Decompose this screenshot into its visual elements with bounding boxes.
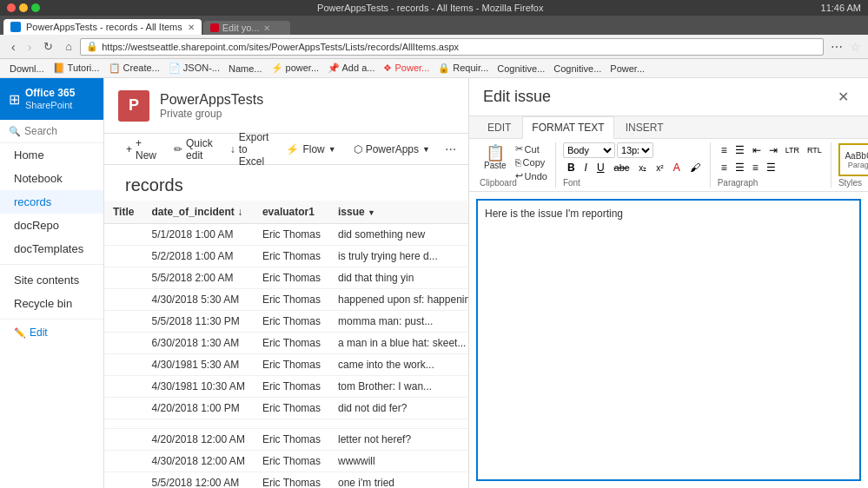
style-normal-preview[interactable]: AaBbCcDc Paragraph (838, 143, 868, 176)
cell-title[interactable] (104, 376, 142, 398)
bookmark-json[interactable]: 📄 JSON-... (166, 62, 222, 75)
cell-title[interactable] (104, 311, 142, 333)
cell-title[interactable] (104, 333, 142, 354)
address-bar[interactable] (102, 42, 818, 52)
nav-label-edit: Edit (30, 326, 48, 339)
toolbar-more-icon[interactable]: ··· (440, 138, 461, 161)
strikethrough-button[interactable]: abc (610, 161, 634, 175)
reload-button[interactable]: ↻ (39, 38, 57, 55)
powerapps-button[interactable]: ⬡ PowerApps ▼ (346, 139, 438, 160)
nav-item-docrepo[interactable]: docRepo (0, 214, 103, 237)
bookmark-cogni1[interactable]: Cognitive... (494, 63, 547, 75)
bookmark-power[interactable]: ⚡ power... (268, 62, 322, 75)
table-row: 4/30/1981 10:30 AMEric Thomastom Brother… (104, 376, 468, 398)
align-left-button[interactable]: ≡ (718, 160, 731, 175)
bookmark-create[interactable]: 📋 Create... (106, 62, 162, 75)
superscript-button[interactable]: x² (652, 162, 667, 175)
powerapps-chevron: ▼ (422, 145, 430, 154)
align-justify-button[interactable]: ☰ (763, 160, 779, 175)
bold-button[interactable]: B (563, 160, 580, 175)
panel-title: Edit issue (483, 88, 551, 106)
bookmark-star[interactable]: ☆ (850, 40, 861, 54)
underline-button[interactable]: U (593, 160, 609, 175)
nav-item-records[interactable]: records (0, 190, 103, 214)
bookmark-power2[interactable]: ❖ Power... (381, 62, 432, 75)
home-button[interactable]: ⌂ (61, 38, 76, 55)
col-header-evaluator[interactable]: evaluator1 (254, 201, 329, 224)
bookmark-power3[interactable]: Power... (607, 63, 647, 75)
align-center-button[interactable]: ☰ (732, 160, 748, 175)
menu-dots[interactable]: ⋯ (827, 40, 846, 54)
font-name-select[interactable]: Body (563, 142, 615, 158)
nav-item-notebook[interactable]: Notebook (0, 167, 103, 190)
bookmark-requir[interactable]: 🔒 Requir... (435, 62, 491, 75)
records-table: Title date_of_incident ↓ evaluator1 issu… (104, 201, 468, 488)
bullets-button[interactable]: ≡ (718, 142, 731, 158)
flow-button[interactable]: ⚡ Flow ▼ (278, 139, 343, 160)
cell-evaluator: Eric Thomas (254, 354, 329, 376)
cell-evaluator: Eric Thomas (254, 311, 329, 333)
nav-item-edit[interactable]: ✏️ Edit (0, 323, 103, 342)
inactive-tab-close[interactable]: ✕ (263, 23, 270, 33)
cell-evaluator: Eric Thomas (254, 246, 329, 267)
cell-title[interactable] (104, 246, 142, 267)
cell-title[interactable] (104, 224, 142, 246)
cell-title[interactable] (104, 451, 142, 472)
decrease-indent-button[interactable]: ⇤ (749, 142, 765, 158)
cut-button[interactable]: ✂ Cut (513, 142, 550, 155)
col-header-issue[interactable]: issue ▼ (329, 201, 468, 224)
bookmark-adda[interactable]: 📌 Add a... (325, 62, 377, 75)
ltr-button[interactable]: LTR (782, 144, 803, 156)
cell-evaluator: Eric Thomas (254, 451, 329, 472)
tab-close-icon[interactable]: ✕ (188, 23, 195, 32)
increase-indent-button[interactable]: ⇥ (765, 142, 781, 158)
rtl-button[interactable]: RTL (804, 144, 825, 156)
font-size-select[interactable]: 13px (617, 142, 653, 158)
cell-title[interactable] (104, 429, 142, 451)
new-button[interactable]: + + New (118, 133, 164, 166)
cell-title[interactable] (104, 267, 142, 289)
cell-title[interactable] (104, 472, 142, 489)
quick-edit-button[interactable]: ✏ Quick edit (166, 133, 221, 166)
nav-item-site-contents[interactable]: Site contents (0, 268, 103, 292)
browser-title: PowerAppsTests - records - All Items - M… (45, 3, 816, 13)
col-header-title[interactable]: Title (104, 201, 142, 224)
numbered-button[interactable]: ☰ (732, 142, 748, 158)
paste-button[interactable]: 📋 Paste (480, 142, 511, 173)
cell-title[interactable] (104, 398, 142, 419)
inactive-tab[interactable]: Edit yo... ✕ (203, 21, 290, 35)
back-button[interactable]: ‹ (7, 38, 20, 56)
tab-format-text[interactable]: FORMAT TEXT (522, 116, 613, 139)
tab-edit[interactable]: EDIT (478, 116, 520, 138)
bookmark-downl[interactable]: Downl... (7, 63, 47, 75)
forward-button[interactable]: › (23, 38, 36, 56)
issue-textarea[interactable] (476, 199, 861, 481)
tab-insert[interactable]: INSERT (616, 116, 673, 138)
nav-item-doctemplates[interactable]: docTemplates (0, 237, 103, 260)
nav-search-input[interactable] (24, 125, 85, 137)
copy-button[interactable]: ⎘ Copy (513, 156, 550, 168)
bookmark-cogni2[interactable]: Cognitive... (551, 63, 604, 75)
highlight-button[interactable]: 🖌 (686, 160, 705, 175)
align-right-button[interactable]: ≡ (749, 160, 762, 175)
nav-label-records: records (14, 195, 51, 208)
cell-issue: momma man: pust... (329, 311, 468, 333)
panel-close-button[interactable]: ✕ (832, 87, 854, 107)
undo-button[interactable]: ↩ Undo (513, 169, 550, 182)
cell-title[interactable] (104, 289, 142, 311)
subscript-button[interactable]: x₂ (634, 162, 651, 175)
browser-time: 11:46 AM (821, 3, 861, 13)
active-tab[interactable]: PowerAppsTests - records - All Items ✕ (3, 19, 202, 35)
waffle-icon[interactable]: ⊞ (9, 91, 20, 108)
col-header-date[interactable]: date_of_incident ↓ (142, 201, 253, 224)
bookmark-name[interactable]: Name... (226, 63, 265, 75)
italic-button[interactable]: I (580, 160, 592, 175)
cell-title[interactable] (104, 419, 142, 429)
bookmark-tutori[interactable]: 📙 Tutori... (50, 62, 103, 75)
cell-title[interactable] (104, 354, 142, 376)
flow-icon: ⚡ (286, 143, 299, 155)
nav-item-recycle-bin[interactable]: Recycle bin (0, 292, 103, 315)
ribbon-content: 📋 Paste ✂ Cut ⎘ Copy (469, 139, 868, 191)
nav-item-home[interactable]: Home (0, 143, 103, 167)
font-color-button[interactable]: A (669, 160, 685, 175)
